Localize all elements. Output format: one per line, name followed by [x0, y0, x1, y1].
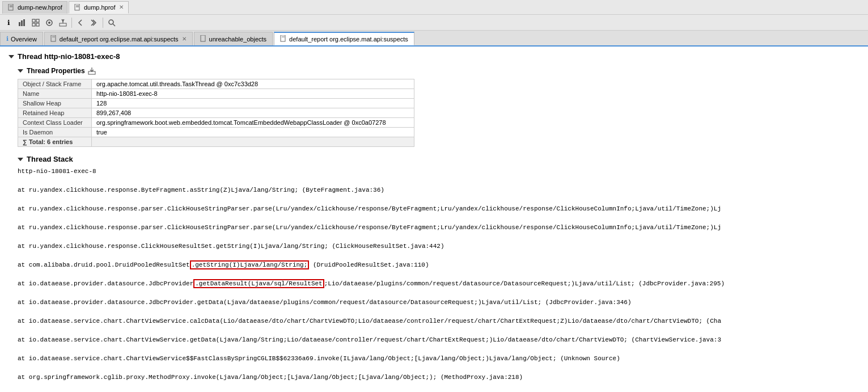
nav-tab-default-report-2[interactable]: default_report org.eclipse.mat.api:suspe…: [274, 32, 414, 45]
tab-label-2: dump.hprof: [84, 4, 116, 11]
prop-label: Shallow Heap: [18, 99, 92, 108]
title-bar: dump-new.hprof dump.hprof ✕: [0, 0, 868, 15]
table-row: Shallow Heap 128: [18, 99, 414, 108]
prop-value: 899,267,408: [92, 108, 414, 118]
info-button[interactable]: ℹ: [2, 16, 15, 29]
prop-label: Retained Heap: [18, 108, 92, 118]
prop-label: Is Daemon: [18, 128, 92, 137]
thread-properties-header: Thread Properties: [18, 66, 859, 75]
table-row: Retained Heap 899,267,408: [18, 108, 414, 118]
prop-value: http-nio-18081-exec-8: [92, 89, 414, 99]
tab-close-button[interactable]: ✕: [119, 4, 124, 10]
main-window: dump-new.hprof dump.hprof ✕ ℹ: [0, 0, 868, 392]
nav-tab-icon-report: [50, 35, 57, 43]
nav-bar: ℹ Overview default_report org.eclipse.ma…: [0, 31, 868, 47]
thread-header: Thread http-nio-18081-exec-8: [9, 52, 859, 61]
stack-line: at io.dataease.provider.datasource.JdbcP…: [18, 298, 859, 307]
stack-line: at ru.yandex.clickhouse.response.parser.…: [18, 223, 859, 233]
stack-line: at org.springframework.cglib.proxy.Metho…: [18, 373, 859, 382]
total-value: [92, 137, 414, 147]
file-icon: [7, 3, 15, 11]
svg-rect-8: [23, 19, 25, 26]
toolbar: ℹ: [0, 15, 868, 31]
svg-rect-7: [21, 20, 23, 26]
nav-tab-close-report[interactable]: ✕: [182, 36, 187, 42]
stack-line: at ru.yandex.clickhouse.response.parser.…: [18, 204, 859, 214]
nav-tab-label-report: default_report org.eclipse.mat.api:suspe…: [60, 36, 179, 43]
export-button[interactable]: [57, 16, 69, 29]
nav-tab-icon-unreachable: [200, 35, 207, 43]
tab-dump-new[interactable]: dump-new.hprof: [2, 1, 67, 14]
main-content: Thread http-nio-18081-exec-8 Thread Prop…: [0, 47, 868, 392]
svg-rect-9: [32, 19, 35, 22]
stack-thread-name: http-nio-18081-exec-8: [18, 167, 859, 176]
stack-line: at ru.yandex.clickhouse.response.ClickHo…: [18, 242, 859, 251]
table-row: Context Class Loader org.springframework…: [18, 118, 414, 128]
properties-title: Thread Properties: [27, 67, 85, 75]
stack-line-highlighted-1: at com.alibaba.druid.pool.DruidPooledRes…: [18, 260, 859, 270]
svg-rect-19: [51, 35, 56, 41]
stack-line-highlighted-2: at io.dataease.provider.datasource.JdbcP…: [18, 279, 859, 289]
bar-chart-button[interactable]: [16, 16, 28, 29]
svg-rect-11: [32, 23, 35, 26]
toolbar-sep-1: [71, 18, 72, 28]
table-total-row: ∑ Total: 6 entries: [18, 137, 414, 147]
stack-line: at ru.yandex.clickhouse.response.ByteFra…: [18, 186, 859, 195]
svg-rect-10: [36, 19, 39, 22]
stack-section-header: Thread Stack: [18, 155, 859, 163]
prop-label: Name: [18, 89, 92, 99]
stack-line: at io.dataease.service.chart.ChartViewSe…: [18, 335, 859, 345]
thread-name: Thread http-nio-18081-exec-8: [18, 52, 120, 61]
nav-back-button[interactable]: [74, 16, 87, 29]
tab-label: dump-new.hprof: [18, 4, 62, 11]
svg-point-14: [48, 22, 50, 24]
prop-value: org.springframework.boot.web.embedded.to…: [92, 118, 414, 128]
stack-line: at io.dataease.service.chart.ChartViewSe…: [18, 317, 859, 326]
prop-value: true: [92, 128, 414, 137]
svg-point-17: [109, 20, 113, 24]
nav-tab-label-report-2: default_report org.eclipse.mat.api:suspe…: [289, 36, 408, 43]
svg-rect-22: [281, 35, 285, 41]
nav-fwd-button[interactable]: [88, 16, 100, 29]
nav-tab-label-overview: Overview: [11, 36, 37, 43]
svg-rect-15: [60, 23, 66, 26]
table-row: Is Daemon true: [18, 128, 414, 137]
table-row: Object / Stack Frame org.apache.tomcat.u…: [18, 79, 414, 89]
stack-content: http-nio-18081-exec-8 at ru.yandex.click…: [18, 167, 859, 392]
nav-tab-label-unreachable: unreachable_objects: [209, 36, 267, 43]
svg-rect-12: [36, 23, 39, 26]
svg-rect-6: [19, 22, 20, 26]
stack-toggle[interactable]: [18, 158, 23, 161]
nav-tab-default-report[interactable]: default_report org.eclipse.mat.api:suspe…: [44, 32, 193, 45]
properties-export-icon[interactable]: [87, 66, 96, 75]
toolbar-sep-2: [103, 18, 103, 28]
stack-title: Thread Stack: [27, 155, 73, 163]
stack-line: at io.dataease.service.chart.ChartViewSe…: [18, 354, 859, 364]
nav-tab-unreachable[interactable]: unreachable_objects: [194, 32, 273, 45]
nav-tab-icon-overview: ℹ: [6, 35, 9, 43]
thread-toggle[interactable]: [9, 55, 14, 58]
table-row: Name http-nio-18081-exec-8: [18, 89, 414, 99]
prop-value: 128: [92, 99, 414, 108]
svg-rect-21: [201, 35, 205, 41]
properties-toggle[interactable]: [18, 69, 23, 73]
file-icon-2: [74, 3, 82, 11]
prop-label: Context Class Loader: [18, 118, 92, 128]
nav-tab-icon-report-2: [280, 35, 287, 43]
total-label: ∑ Total: 6 entries: [18, 137, 92, 147]
nav-tab-overview[interactable]: ℹ Overview: [0, 32, 43, 45]
search-button[interactable]: [105, 16, 118, 29]
prop-value: org.apache.tomcat.util.threads.TaskThrea…: [92, 79, 414, 89]
tab-dump[interactable]: dump.hprof ✕: [69, 1, 129, 14]
prop-label: Object / Stack Frame: [18, 79, 92, 89]
circle-button[interactable]: [43, 16, 56, 29]
properties-table: Object / Stack Frame org.apache.tomcat.u…: [18, 79, 414, 147]
grid-button[interactable]: [29, 16, 42, 29]
svg-line-18: [113, 24, 115, 26]
